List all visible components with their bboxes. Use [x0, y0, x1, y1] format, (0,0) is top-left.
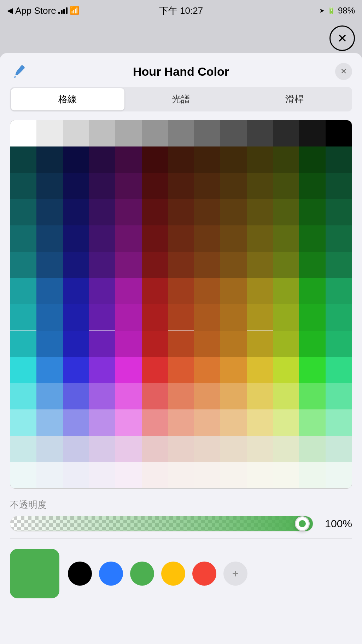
color-cell[interactable]: [63, 173, 89, 199]
color-cell[interactable]: [36, 173, 63, 199]
color-cell[interactable]: [194, 146, 220, 173]
color-cell[interactable]: [273, 357, 299, 383]
color-cell[interactable]: [168, 357, 194, 383]
color-cell[interactable]: [89, 357, 115, 383]
color-cell[interactable]: [299, 409, 325, 436]
color-cell[interactable]: [273, 409, 299, 436]
color-cell[interactable]: [194, 252, 220, 278]
swatch-amber[interactable]: [161, 562, 185, 586]
color-cell[interactable]: [299, 199, 325, 225]
color-cell[interactable]: [142, 173, 168, 199]
color-cell[interactable]: [10, 462, 36, 488]
color-cell[interactable]: [326, 436, 352, 462]
opacity-slider[interactable]: [10, 516, 313, 531]
color-cell[interactable]: [299, 383, 325, 409]
segment-grid[interactable]: 格線: [11, 88, 124, 110]
color-cell[interactable]: [10, 304, 36, 330]
color-cell[interactable]: [142, 146, 168, 173]
color-cell[interactable]: [326, 304, 352, 330]
color-cell[interactable]: [168, 225, 194, 252]
color-cell[interactable]: [273, 199, 299, 225]
color-cell[interactable]: [326, 173, 352, 199]
color-cell[interactable]: [299, 462, 325, 488]
color-cell[interactable]: [194, 462, 220, 488]
color-cell[interactable]: [299, 225, 325, 252]
color-cell[interactable]: [115, 357, 141, 383]
color-cell[interactable]: [10, 278, 36, 304]
color-cell[interactable]: [142, 331, 168, 357]
color-cell[interactable]: [247, 252, 273, 278]
color-cell[interactable]: [168, 304, 194, 330]
color-cell[interactable]: [36, 120, 63, 146]
color-cell[interactable]: [142, 225, 168, 252]
color-cell[interactable]: [89, 120, 115, 146]
color-cell[interactable]: [194, 331, 220, 357]
color-cell[interactable]: [194, 409, 220, 436]
color-cell[interactable]: [326, 120, 352, 146]
color-cell[interactable]: [194, 304, 220, 330]
color-cell[interactable]: [220, 331, 246, 357]
swatch-black[interactable]: [68, 562, 92, 586]
color-cell[interactable]: [194, 120, 220, 146]
color-cell[interactable]: [273, 304, 299, 330]
color-cell[interactable]: [220, 173, 246, 199]
color-cell[interactable]: [299, 331, 325, 357]
color-cell[interactable]: [142, 357, 168, 383]
color-cell[interactable]: [63, 357, 89, 383]
color-cell[interactable]: [36, 383, 63, 409]
color-cell[interactable]: [168, 278, 194, 304]
color-cell[interactable]: [220, 409, 246, 436]
color-cell[interactable]: [168, 409, 194, 436]
color-cell[interactable]: [247, 120, 273, 146]
color-cell[interactable]: [168, 199, 194, 225]
color-cell[interactable]: [168, 173, 194, 199]
color-cell[interactable]: [326, 409, 352, 436]
color-cell[interactable]: [220, 383, 246, 409]
color-cell[interactable]: [194, 357, 220, 383]
color-cell[interactable]: [10, 357, 36, 383]
color-cell[interactable]: [10, 436, 36, 462]
color-cell[interactable]: [220, 278, 246, 304]
color-cell[interactable]: [273, 436, 299, 462]
color-cell[interactable]: [89, 173, 115, 199]
swatch-red[interactable]: [192, 562, 216, 586]
color-grid[interactable]: [10, 120, 352, 488]
color-cell[interactable]: [326, 278, 352, 304]
color-cell[interactable]: [10, 331, 36, 357]
color-cell[interactable]: [115, 199, 141, 225]
color-cell[interactable]: [220, 252, 246, 278]
color-cell[interactable]: [168, 383, 194, 409]
color-cell[interactable]: [168, 146, 194, 173]
color-cell[interactable]: [168, 120, 194, 146]
color-cell[interactable]: [142, 462, 168, 488]
color-cell[interactable]: [273, 278, 299, 304]
color-cell[interactable]: [247, 199, 273, 225]
color-cell[interactable]: [63, 225, 89, 252]
color-cell[interactable]: [142, 252, 168, 278]
color-cell[interactable]: [36, 331, 63, 357]
color-cell[interactable]: [10, 383, 36, 409]
color-cell[interactable]: [142, 383, 168, 409]
color-cell[interactable]: [89, 278, 115, 304]
color-cell[interactable]: [63, 146, 89, 173]
color-cell[interactable]: [168, 252, 194, 278]
color-cell[interactable]: [10, 225, 36, 252]
color-cell[interactable]: [36, 462, 63, 488]
color-cell[interactable]: [194, 173, 220, 199]
color-cell[interactable]: [115, 409, 141, 436]
color-cell[interactable]: [273, 146, 299, 173]
color-cell[interactable]: [326, 146, 352, 173]
color-cell[interactable]: [89, 199, 115, 225]
color-cell[interactable]: [220, 225, 246, 252]
color-cell[interactable]: [115, 120, 141, 146]
color-cell[interactable]: [36, 252, 63, 278]
color-cell[interactable]: [299, 278, 325, 304]
color-cell[interactable]: [326, 225, 352, 252]
color-cell[interactable]: [299, 357, 325, 383]
color-cell[interactable]: [142, 278, 168, 304]
color-cell[interactable]: [115, 146, 141, 173]
card-close-button[interactable]: ✕: [335, 63, 352, 80]
color-cell[interactable]: [36, 304, 63, 330]
color-cell[interactable]: [36, 278, 63, 304]
color-cell[interactable]: [89, 436, 115, 462]
